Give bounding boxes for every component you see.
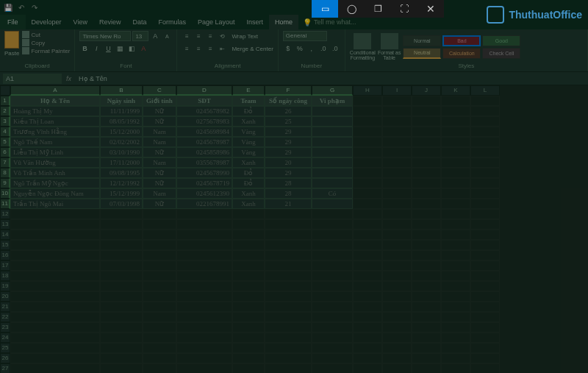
cell[interactable]: Đỏ [232,106,265,116]
row-header-2[interactable]: 2 [0,106,10,116]
undo-icon[interactable]: ↶ [16,2,26,13]
cell[interactable] [382,343,412,353]
cell[interactable] [143,322,176,333]
cell[interactable]: SĐT [176,96,232,106]
cell[interactable] [265,291,312,302]
cell[interactable] [232,250,265,260]
cell[interactable] [353,137,382,147]
col-header-L[interactable]: L [470,85,500,96]
cell[interactable] [176,363,232,373]
cell[interactable] [353,188,382,199]
row-header-27[interactable]: 27 [0,363,10,373]
cell[interactable] [176,333,232,343]
cell[interactable] [470,291,500,302]
cell[interactable] [441,240,470,250]
cell[interactable] [412,168,441,178]
cell[interactable] [353,178,382,188]
cell[interactable]: Ngô Trần Mỹ Ngọc [10,178,100,188]
cell[interactable] [353,106,382,116]
cell[interactable]: 20 [265,157,312,168]
cell[interactable] [382,116,412,127]
cell[interactable]: 0245858986 [176,147,232,157]
cell[interactable] [10,260,100,271]
cell[interactable] [470,281,500,291]
cell[interactable] [382,106,412,116]
cell[interactable] [143,333,176,343]
number-format-combo[interactable]: General [283,31,327,41]
cell[interactable] [353,116,382,127]
cell[interactable]: 15/12/1999 [100,188,143,199]
italic-button[interactable]: I [91,43,101,54]
cell[interactable] [312,147,353,157]
cell[interactable]: 28 [265,178,312,188]
formula-input[interactable]: Họ & Tên [76,75,588,82]
cell[interactable] [100,219,143,230]
cell[interactable]: Nữ [143,199,176,209]
cell[interactable] [353,147,382,157]
cell[interactable] [412,271,441,281]
row-header-18[interactable]: 18 [0,271,10,281]
cell[interactable] [312,363,353,373]
cell[interactable]: Team [232,96,265,106]
cell[interactable]: 0221678991 [176,199,232,209]
tab-file[interactable]: File [0,15,26,29]
cell[interactable] [412,127,441,137]
cell[interactable] [265,333,312,343]
cell[interactable]: 29 [265,147,312,157]
tab-insert[interactable]: Insert [241,15,270,29]
paste-button[interactable]: Paste [4,31,19,57]
cell[interactable] [353,157,382,168]
cell[interactable] [10,240,100,250]
row-header-7[interactable]: 7 [0,157,10,168]
comma-button[interactable]: , [306,43,317,54]
cell[interactable] [412,260,441,271]
cell[interactable]: 0245678719 [176,178,232,188]
cell[interactable] [382,178,412,188]
cell[interactable] [470,271,500,281]
cell[interactable] [143,260,176,271]
cell[interactable] [470,96,500,106]
row-header-22[interactable]: 22 [0,312,10,322]
cell[interactable] [265,363,312,373]
cell[interactable] [312,230,353,240]
cell[interactable] [143,281,176,291]
row-header-20[interactable]: 20 [0,291,10,302]
conditional-formatting-button[interactable]: Conditional Formatting [350,33,376,60]
cell[interactable] [412,333,441,343]
cell[interactable] [353,127,382,137]
cell[interactable] [470,333,500,343]
cell[interactable]: Họ & Tên [10,96,100,106]
cell[interactable] [100,322,143,333]
cell[interactable] [412,106,441,116]
cell[interactable] [441,147,470,157]
grow-font-button[interactable]: A [150,31,160,41]
cell[interactable]: 17/11/2000 [100,157,143,168]
cell[interactable] [176,281,232,291]
cell[interactable] [382,291,412,302]
cell[interactable]: 12/12/1992 [100,178,143,188]
font-size-combo[interactable]: 13 [132,31,148,41]
cell[interactable] [143,219,176,230]
cell[interactable] [100,312,143,322]
row-header-3[interactable]: 3 [0,116,10,127]
cell[interactable]: 0275678983 [176,116,232,127]
cell[interactable] [382,322,412,333]
cell[interactable]: 29 [265,137,312,147]
style-normal[interactable]: Normal [403,35,441,46]
cell[interactable] [312,209,353,219]
cell[interactable]: 29 [265,127,312,137]
cell[interactable]: 15/12/2000 [100,127,143,137]
format-as-table-button[interactable]: Format as Table [378,33,401,60]
cell[interactable] [10,343,100,353]
cell[interactable] [265,271,312,281]
cell[interactable] [312,116,353,127]
cell[interactable] [353,343,382,353]
cell[interactable] [382,127,412,137]
cell[interactable] [382,363,412,373]
wrap-text-button[interactable]: Wrap Text [232,33,258,40]
row-header-24[interactable]: 24 [0,333,10,343]
col-header-H[interactable]: H [353,85,382,96]
save-icon[interactable]: 💾 [3,2,13,13]
percent-button[interactable]: % [295,43,305,54]
cell[interactable]: Vàng [232,127,265,137]
